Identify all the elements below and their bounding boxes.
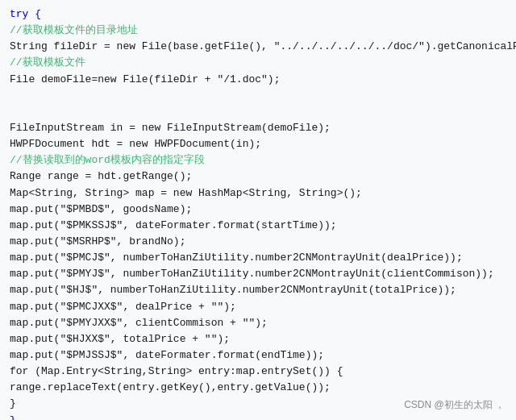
- code-line: FileInputStream in = new FileInputStream…: [10, 120, 506, 136]
- code-line: map.put("$PMYJ$", numberToHanZiUtility.n…: [10, 266, 506, 282]
- code-line: map.put("$PMBD$", goodsName);: [10, 202, 506, 218]
- code-line: map.put("$HJ$", numberToHanZiUtility.num…: [10, 282, 506, 298]
- code-line: //获取模板文件的目录地址: [10, 23, 506, 39]
- code-line: range.replaceText(entry.getKey(),entry.g…: [10, 380, 506, 396]
- code-line: }: [10, 413, 506, 420]
- code-line: try {: [10, 6, 506, 23]
- code-line: String fileDir = new File(base.getFile()…: [10, 39, 506, 55]
- code-line: map.put("$PMCJXX$", dealPrice + "");: [10, 299, 506, 315]
- code-line: Map<String, String> map = new HashMap<St…: [10, 185, 506, 202]
- watermark: CSDN @初生的太阳 ，: [404, 398, 505, 412]
- code-line: for (Map.Entry<String,String> entry:map.…: [10, 364, 506, 380]
- code-line: //获取模板文件: [10, 55, 506, 71]
- code-line: map.put("$PMKSSJ$", dateFormater.format(…: [10, 218, 506, 234]
- code-block: try {//获取模板文件的目录地址String fileDir = new F…: [10, 6, 506, 420]
- code-line: map.put("$PMJSSJ$", dateFormater.format(…: [10, 347, 506, 364]
- code-line: [10, 104, 506, 120]
- code-container: try {//获取模板文件的目录地址String fileDir = new F…: [0, 0, 516, 420]
- code-line: File demoFile=new File(fileDir + "/1.doc…: [10, 72, 506, 88]
- code-line: [10, 88, 506, 104]
- code-line: Range range = hdt.getRange();: [10, 168, 506, 185]
- code-line: map.put("$HJXX$", totalPrice + "");: [10, 331, 506, 347]
- code-line: map.put("$MSRHP$", brandNo);: [10, 234, 506, 250]
- code-line: map.put("$PMCJ$", numberToHanZiUtility.n…: [10, 250, 506, 266]
- code-line: HWPFDocument hdt = new HWPFDocument(in);: [10, 136, 506, 152]
- code-line: map.put("$PMYJXX$", clientCommison + "")…: [10, 315, 506, 331]
- code-line: //替换读取到的word模板内容的指定字段: [10, 152, 506, 168]
